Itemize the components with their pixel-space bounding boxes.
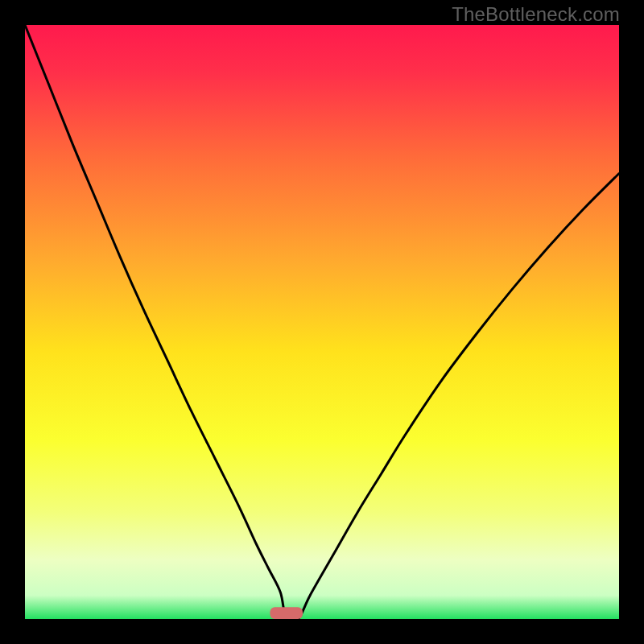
chart-svg — [25, 25, 619, 619]
watermark-text: TheBottleneck.com — [452, 3, 620, 26]
chart-frame: TheBottleneck.com — [0, 0, 644, 644]
plot-area — [25, 25, 619, 619]
gradient-background — [25, 25, 619, 619]
optimum-marker — [270, 607, 303, 619]
